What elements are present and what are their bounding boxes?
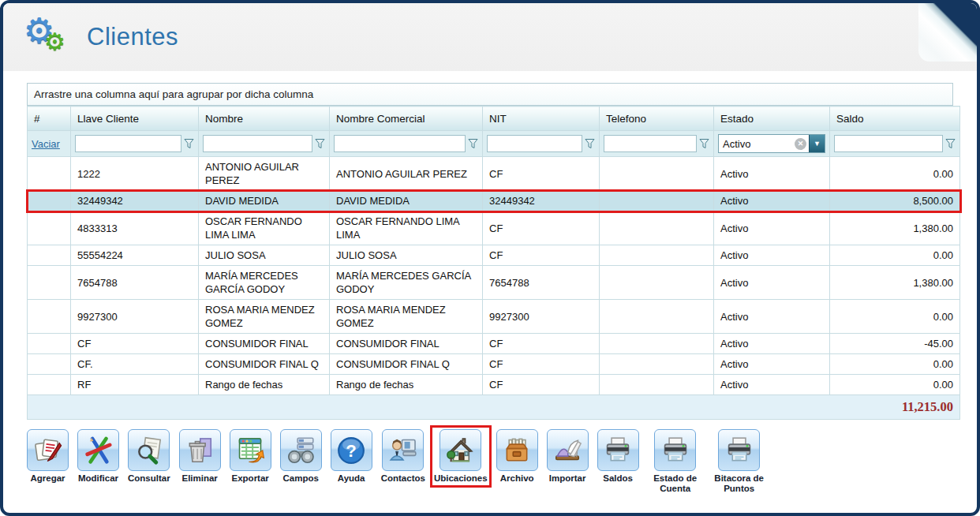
filter-funnel-icon[interactable] xyxy=(468,138,478,149)
cell-telefono xyxy=(600,375,714,395)
table-row[interactable]: 7654788MARÍA MERCEDES GARCÍA GODOYMARÍA … xyxy=(28,266,960,300)
cell-num xyxy=(28,157,71,191)
column-header-telefono[interactable]: Telefono xyxy=(600,107,714,131)
contacts-icon[interactable] xyxy=(382,429,424,471)
table-row[interactable]: 32449342DAVID MEDIDADAVID MEDIDA32449342… xyxy=(28,191,960,211)
toolbar-button-label: Estado de Cuenta xyxy=(648,473,703,494)
column-header-nombre[interactable]: Nombre xyxy=(199,107,330,131)
cell-nit: CF xyxy=(483,211,600,245)
filter-funnel-icon[interactable] xyxy=(699,138,709,149)
cell-saldo: 0.00 xyxy=(830,375,960,395)
gear-green-icon: ⚙ xyxy=(44,28,65,55)
table-row[interactable]: CFCONSUMIDOR FINALCONSUMIDOR FINALCFActi… xyxy=(28,334,960,354)
cell-telefono xyxy=(600,266,714,300)
page-curl-decoration xyxy=(918,3,977,62)
printer-icon[interactable] xyxy=(654,429,696,471)
toolbar-button-label: Consultar xyxy=(128,473,170,484)
table-row[interactable]: 9927300ROSA MARIA MENDEZ GOMEZROSA MARIA… xyxy=(28,300,960,334)
filter-nombre-comercial-input[interactable] xyxy=(334,135,466,152)
toolbar-button-label: Ubicaciones xyxy=(434,473,488,484)
clear-filters-link[interactable]: Vaciar xyxy=(32,138,60,150)
cell-nombre: CONSUMIDOR FINAL xyxy=(199,334,330,354)
cell-telefono xyxy=(600,354,714,375)
cell-saldo: 0.00 xyxy=(830,157,960,191)
toolbar-button-agregar[interactable]: Agregar xyxy=(25,428,70,485)
column-header-num[interactable]: # xyxy=(28,107,71,131)
estado-filter-value: Activo xyxy=(719,138,795,150)
column-header-llave-cliente[interactable]: Llave Cliente xyxy=(71,107,199,131)
filter-nit-input[interactable] xyxy=(487,135,582,152)
cell-estado: Activo xyxy=(714,354,830,375)
filter-saldo-input[interactable] xyxy=(834,135,943,152)
toolbar-button-label: Bitacora de Puntos xyxy=(712,473,767,494)
cell-nombre: JULIO SOSA xyxy=(199,245,330,266)
toolbar-button-estado-de-cuenta[interactable]: Estado de Cuenta xyxy=(646,428,705,495)
cell-estado: Activo xyxy=(714,157,830,191)
filter-funnel-icon[interactable] xyxy=(945,138,956,149)
clear-estado-filter-icon[interactable]: ✕ xyxy=(795,138,806,150)
cell-telefono xyxy=(600,191,714,211)
group-by-panel[interactable]: Arrastre una columna aquí para agrupar p… xyxy=(27,83,953,106)
toolbar-button-eliminar[interactable]: Eliminar xyxy=(178,428,223,485)
column-header-estado[interactable]: Estado xyxy=(714,107,830,131)
cell-nit: CF xyxy=(483,157,600,191)
app-header: ⚙ ⚙ Clientes xyxy=(3,3,977,71)
cell-telefono xyxy=(600,245,714,266)
help-icon[interactable]: ? xyxy=(331,429,372,471)
locations-icon[interactable] xyxy=(440,429,481,471)
toolbar-button-contactos[interactable]: Contactos xyxy=(380,428,427,485)
table-row[interactable]: 55554224JULIO SOSAJULIO SOSACFActivo0.00 xyxy=(28,245,960,266)
cell-llave: 32449342 xyxy=(71,191,199,211)
view-icon[interactable] xyxy=(128,429,170,471)
toolbar-button-bitacora-de-puntos[interactable]: Bitacora de Puntos xyxy=(710,428,769,495)
table-row[interactable]: CF.CONSUMIDOR FINAL QCONSUMIDOR FINAL QC… xyxy=(28,354,960,375)
printer-icon[interactable] xyxy=(597,429,639,471)
toolbar-button-importar[interactable]: Importar xyxy=(545,428,590,485)
toolbar-button-exportar[interactable]: Exportar xyxy=(228,428,273,485)
filter-telefono-input[interactable] xyxy=(604,135,697,152)
printer-icon[interactable] xyxy=(718,429,760,471)
cell-num xyxy=(28,300,71,334)
table-row[interactable]: 1222ANTONIO AGUILAR PEREZANTONIO AGUILAR… xyxy=(28,157,960,191)
gears-icon: ⚙ ⚙ xyxy=(24,15,73,59)
toolbar-button-campos[interactable]: Campos xyxy=(279,428,324,485)
delete-icon[interactable] xyxy=(179,429,221,471)
saldo-total: 11,215.00 xyxy=(28,395,960,420)
cell-saldo: 0.00 xyxy=(830,245,960,266)
cell-nombre: ANTONIO AGUILAR PEREZ xyxy=(199,157,330,191)
page-title: Clientes xyxy=(87,23,178,51)
cell-nit: CF xyxy=(483,354,600,375)
toolbar-button-archivo[interactable]: Archivo xyxy=(495,428,540,485)
estado-filter-combo[interactable]: Activo ✕ ▼ xyxy=(718,134,825,153)
column-header-saldo[interactable]: Saldo xyxy=(830,107,960,131)
cell-comercial: DAVID MEDIDA xyxy=(330,191,483,211)
table-header-row: # Llave Cliente Nombre Nombre Comercial … xyxy=(28,107,960,131)
table-row[interactable]: RFRango de fechasRango de fechasCFActivo… xyxy=(28,375,960,395)
fields-icon[interactable] xyxy=(280,429,322,471)
filter-funnel-icon[interactable] xyxy=(315,138,325,149)
toolbar-button-ayuda[interactable]: ?Ayuda xyxy=(329,428,374,485)
cell-nit: 32449342 xyxy=(483,191,600,211)
column-header-nombre-comercial[interactable]: Nombre Comercial xyxy=(330,107,483,131)
filter-nombre-input[interactable] xyxy=(203,135,312,152)
import-icon[interactable] xyxy=(547,429,589,471)
column-header-nit[interactable]: NIT xyxy=(483,107,600,131)
estado-dropdown-button[interactable]: ▼ xyxy=(809,135,825,152)
table-row[interactable]: 4833313OSCAR FERNANDO LIMA LIMAOSCAR FER… xyxy=(28,211,960,245)
add-icon[interactable] xyxy=(27,429,69,471)
cell-nit: CF xyxy=(483,334,600,354)
toolbar-button-consultar[interactable]: Consultar xyxy=(126,428,172,485)
edit-icon[interactable] xyxy=(77,429,119,471)
table-footer-row: 11,215.00 xyxy=(28,395,960,420)
filter-funnel-icon[interactable] xyxy=(184,138,194,149)
cell-nombre: ROSA MARIA MENDEZ GOMEZ xyxy=(199,300,330,334)
toolbar-button-modificar[interactable]: Modificar xyxy=(76,428,121,485)
table-body: 1222ANTONIO AGUILAR PEREZANTONIO AGUILAR… xyxy=(28,157,960,395)
toolbar-button-saldos[interactable]: Saldos xyxy=(596,428,641,485)
toolbar-button-ubicaciones[interactable]: Ubicaciones xyxy=(432,428,489,485)
filter-funnel-icon[interactable] xyxy=(585,138,595,149)
export-icon[interactable] xyxy=(230,429,271,471)
cell-num xyxy=(28,245,71,266)
archive-icon[interactable] xyxy=(496,429,538,471)
filter-llave-cliente-input[interactable] xyxy=(75,135,181,152)
